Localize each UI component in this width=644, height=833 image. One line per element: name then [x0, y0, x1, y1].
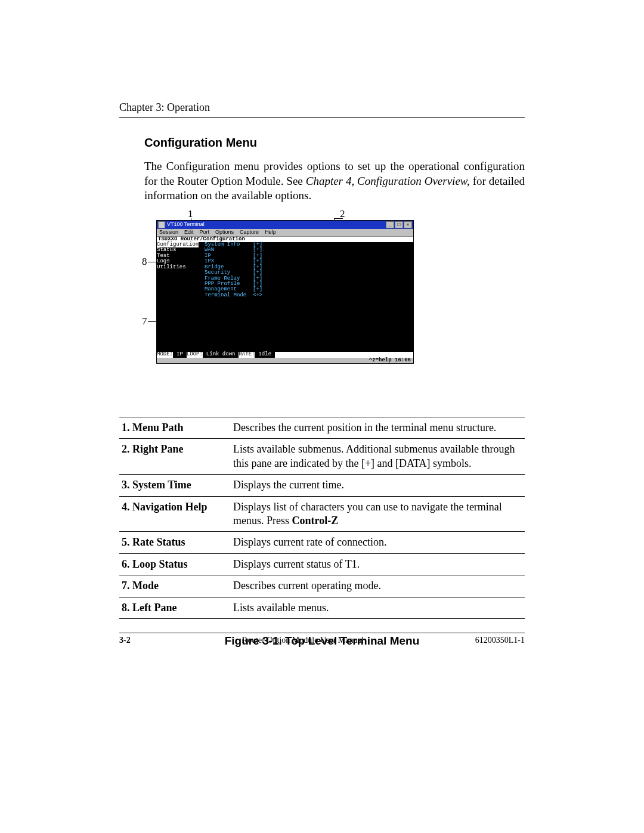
- legend-key: 6. Loop Status: [119, 553, 231, 575]
- legend-val: Describes the current position in the te…: [231, 417, 525, 439]
- legend-key: 8. Left Pane: [119, 597, 231, 618]
- legend-val: Displays current status of T1.: [231, 553, 525, 575]
- window-buttons: _ □ ×: [386, 221, 412, 228]
- leader-2b: [334, 218, 343, 219]
- page-footer: 3-2 Router Option Module User Manual 612…: [119, 633, 525, 645]
- app-icon: [158, 221, 165, 228]
- menubar: Session Edit Port Options Capture Help: [157, 229, 413, 236]
- legend-val: Displays the current time.: [231, 475, 525, 496]
- menu-session[interactable]: Session: [159, 230, 178, 235]
- close-btn[interactable]: ×: [404, 221, 412, 228]
- left-item-utilities[interactable]: Utilities: [157, 264, 186, 270]
- terminal-window: VT100 Terminal _ □ × Session Edit Port O…: [156, 220, 414, 364]
- legend-val: Lists available submenus. Additional sub…: [231, 439, 525, 475]
- right-item[interactable]: Terminal Mode <+>: [205, 292, 262, 298]
- para-italic: Chapter 4, Configuration Overview,: [306, 175, 470, 187]
- window-title: VT100 Terminal: [167, 222, 205, 227]
- legend-val: Displays list of characters you can use …: [231, 496, 525, 532]
- chapter-header: Chapter 3: Operation: [119, 101, 525, 118]
- legend-key: 3. System Time: [119, 475, 231, 496]
- legend-key: 2. Right Pane: [119, 439, 231, 475]
- menu-edit[interactable]: Edit: [184, 230, 194, 235]
- loop-label: LOOP:: [187, 352, 203, 357]
- minimize-btn[interactable]: _: [386, 221, 394, 228]
- mode-value: IP: [173, 352, 187, 357]
- rate-label: RATE:: [239, 352, 255, 357]
- legend-table: 1. Menu PathDescribes the current positi…: [119, 417, 525, 619]
- terminal-body: TSUXXO Router/Configuration Configuratio…: [157, 237, 413, 358]
- page: Chapter 3: Operation Configuration Menu …: [0, 0, 644, 833]
- table-row: 8. Left PaneLists available menus.: [119, 597, 525, 618]
- callout-8: 8: [142, 256, 147, 268]
- maximize-btn[interactable]: □: [395, 221, 403, 228]
- menu-help[interactable]: Help: [265, 230, 276, 235]
- mode-label: MODE:: [157, 352, 173, 357]
- help-strip: ^z=help 16:06: [157, 358, 413, 363]
- page-number: 3-2: [119, 636, 131, 645]
- table-row: 2. Right PaneLists available submenus. A…: [119, 439, 525, 475]
- figure-wrap: 1 2 8 7 6 5 4 3 VT100 Terminal: [131, 208, 525, 381]
- table-row: 1. Menu PathDescribes the current positi…: [119, 417, 525, 439]
- table-row: 7. ModeDescribes current operating mode.: [119, 575, 525, 597]
- section-title: Configuration Menu: [144, 136, 525, 150]
- table-row: 4. Navigation HelpDisplays list of chara…: [119, 496, 525, 532]
- menu-capture[interactable]: Capture: [240, 230, 259, 235]
- menu-port[interactable]: Port: [200, 230, 210, 235]
- footer-center: Router Option Module User Manual: [242, 636, 364, 645]
- table-row: 5. Rate StatusDisplays current rate of c…: [119, 532, 525, 553]
- left-pane: Configuration Status Test Logs Utilities: [157, 242, 205, 298]
- menu-options[interactable]: Options: [215, 230, 234, 235]
- leader-8: [148, 262, 156, 262]
- table-row: 3. System TimeDisplays the current time.: [119, 475, 525, 496]
- intro-paragraph: The Configuration menu provides options …: [144, 159, 525, 203]
- titlebar: VT100 Terminal _ □ ×: [157, 221, 413, 229]
- rate-value: Idle: [255, 352, 275, 357]
- legend-val: Describes current operating mode.: [231, 575, 525, 597]
- callout-7: 7: [142, 315, 147, 327]
- footer-right: 61200350L1-1: [475, 636, 525, 645]
- loop-value: Link down: [203, 352, 239, 357]
- table-row: 6. Loop StatusDisplays current status of…: [119, 553, 525, 575]
- legend-key: 4. Navigation Help: [119, 496, 231, 532]
- legend-val: Displays current rate of connection.: [231, 532, 525, 553]
- legend-val: Lists available menus.: [231, 597, 525, 618]
- leader-7: [148, 321, 156, 322]
- legend-key: 7. Mode: [119, 575, 231, 597]
- right-pane: System Info [+] WAN [+] IP [+] IPX [+] B…: [205, 242, 262, 298]
- terminal-fill: [157, 298, 413, 352]
- legend-key: 5. Rate Status: [119, 532, 231, 553]
- legend-key: 1. Menu Path: [119, 417, 231, 439]
